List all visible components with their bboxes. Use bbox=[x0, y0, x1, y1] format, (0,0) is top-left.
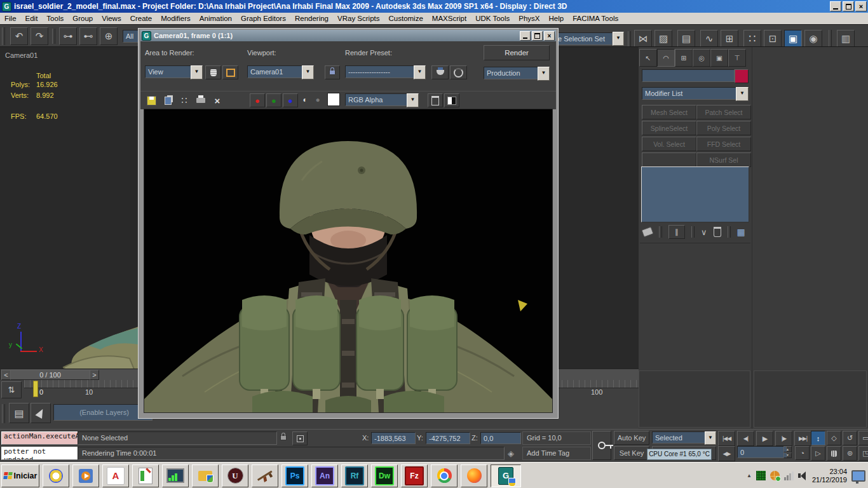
bind-to-space-warp-button[interactable]: ⊕ bbox=[100, 27, 118, 45]
render-window-titlebar[interactable]: G Camera01, frame 0 (1:1) × bbox=[140, 30, 556, 41]
key-filter-dropdown[interactable]: Selected bbox=[652, 431, 708, 444]
material-editor-button[interactable]: ∷ bbox=[743, 30, 761, 48]
selection-set-arrow[interactable]: ▼ bbox=[613, 32, 624, 46]
taskbar-app-unreal[interactable]: U bbox=[222, 464, 248, 487]
previous-frame-button[interactable]: ◀| bbox=[737, 431, 754, 446]
redo-button[interactable]: ↷ bbox=[31, 27, 48, 45]
network-globe-tray-icon[interactable] bbox=[770, 471, 780, 480]
current-frame-field[interactable]: 0 bbox=[737, 446, 787, 458]
copy-image-button[interactable] bbox=[161, 94, 174, 107]
render-minimize-button[interactable] bbox=[520, 31, 531, 41]
zoom-extents-button[interactable]: ◇ bbox=[827, 431, 841, 445]
make-unique-icon[interactable]: ∨ bbox=[701, 227, 707, 237]
clear-color-swatch[interactable] bbox=[327, 93, 340, 106]
named-selection-set-dropdown[interactable]: te Selection Set bbox=[553, 32, 613, 45]
menu-graph-editors[interactable]: Graph Editors bbox=[236, 15, 290, 22]
render-close-button[interactable]: × bbox=[544, 31, 555, 41]
lock-viewport-button[interactable] bbox=[325, 65, 340, 79]
area-dropdown-arrow[interactable]: ▼ bbox=[191, 65, 203, 79]
layer-view-button[interactable] bbox=[428, 93, 443, 107]
menu-animation[interactable]: Animation bbox=[195, 15, 236, 22]
channel-dropdown-arrow[interactable]: ▼ bbox=[407, 93, 419, 107]
edit-region-button[interactable] bbox=[205, 65, 221, 79]
channel-display-dropdown[interactable]: RGB Alpha bbox=[345, 93, 410, 106]
taskbar-app-3dsmax-active[interactable]: G bbox=[491, 464, 521, 487]
tab-hierarchy[interactable]: ⊞ bbox=[675, 49, 693, 67]
tab-display[interactable]: ▣ bbox=[710, 49, 728, 67]
close-button[interactable]: × bbox=[855, 1, 867, 11]
menu-help[interactable]: Help bbox=[545, 15, 569, 22]
taskbar-app-photoshop[interactable]: Ps bbox=[281, 464, 308, 487]
roll-camera-button[interactable]: ↺ bbox=[843, 431, 857, 445]
taskbar-app-windows-folder[interactable] bbox=[192, 464, 219, 487]
select-arrow-button[interactable] bbox=[31, 403, 51, 423]
mini-curve-editor-button[interactable]: ⇅ bbox=[1, 381, 22, 398]
key-mode-toggle[interactable]: ◀▶ bbox=[718, 446, 735, 461]
unlink-selection-button[interactable]: ⊷ bbox=[79, 27, 97, 45]
taskbar-app-rf[interactable]: Rf bbox=[341, 464, 368, 487]
modifier-list-dropdown[interactable]: Modifier List bbox=[642, 87, 738, 100]
menu-file[interactable]: File bbox=[0, 15, 21, 22]
clone-window-button[interactable]: ∷ bbox=[178, 94, 191, 107]
add-toolbar-button[interactable]: + bbox=[864, 30, 868, 47]
taskbar-app-chrome[interactable] bbox=[431, 464, 458, 487]
next-frame-button[interactable]: |▶ bbox=[775, 431, 792, 446]
selection-lock-toggle[interactable] bbox=[277, 431, 290, 444]
render-setup-button[interactable]: ⊡ bbox=[764, 30, 782, 48]
render-button[interactable]: Render bbox=[484, 45, 550, 60]
patch-select-button[interactable]: Patch Select bbox=[696, 105, 751, 119]
fov-button[interactable]: ▷ bbox=[811, 446, 825, 461]
taskbar-app-dreamweaver[interactable]: Dw bbox=[371, 464, 398, 487]
show-desktop-button[interactable] bbox=[851, 470, 865, 482]
empty-select-button[interactable] bbox=[642, 152, 696, 167]
menu-create[interactable]: Create bbox=[126, 15, 157, 22]
time-slider-right-button[interactable]: > bbox=[90, 370, 99, 380]
script-listener-button[interactable]: ▥ bbox=[837, 30, 855, 48]
preset-dropdown-arrow[interactable]: ▼ bbox=[414, 65, 426, 79]
modifier-stack-list[interactable] bbox=[641, 166, 749, 222]
configure-modifier-sets-icon[interactable]: ▦ bbox=[737, 227, 745, 237]
antivirus-tray-icon[interactable] bbox=[756, 471, 766, 480]
volume-tray-icon[interactable] bbox=[798, 471, 806, 480]
menu-rendering[interactable]: Rendering bbox=[290, 15, 333, 22]
mesh-select-button[interactable]: Mesh Select bbox=[642, 105, 696, 119]
time-slider-left-button[interactable]: < bbox=[1, 370, 11, 380]
maxscript-mini-listener-line1[interactable]: actionMan.executeAc bbox=[1, 431, 78, 445]
align-button[interactable]: ▨ bbox=[654, 30, 672, 48]
minimize-button[interactable] bbox=[830, 1, 841, 11]
menu-udk-tools[interactable]: UDK Tools bbox=[471, 15, 514, 22]
ffd-select-button[interactable]: FFD Select bbox=[696, 137, 751, 151]
print-image-button[interactable] bbox=[194, 94, 207, 107]
dolly-camera-button[interactable]: ↕ bbox=[811, 431, 825, 445]
taskbar-app-animate[interactable]: An bbox=[311, 464, 338, 487]
remove-modifier-icon[interactable] bbox=[714, 227, 721, 237]
toolbar-grip[interactable] bbox=[2, 404, 5, 423]
render-mode-dropdown[interactable]: Production bbox=[484, 67, 541, 79]
object-name-field[interactable] bbox=[642, 69, 735, 82]
alpha-channel-button[interactable]: ● bbox=[312, 93, 323, 106]
curve-editor-button[interactable]: ∿ bbox=[700, 30, 718, 48]
taskbar-app-media-player[interactable] bbox=[72, 464, 99, 487]
z-coord-field[interactable]: 0,0 bbox=[480, 432, 521, 444]
viewport-dropdown-arrow[interactable]: ▼ bbox=[302, 65, 314, 79]
absolute-mode-toggle[interactable] bbox=[292, 431, 308, 445]
object-color-swatch[interactable] bbox=[735, 69, 749, 83]
menu-vray-scripts[interactable]: VRay Scripts bbox=[333, 15, 384, 22]
enable-layers-dropdown[interactable]: (Enable Layers) bbox=[53, 404, 153, 421]
clear-image-button[interactable]: × bbox=[211, 94, 224, 107]
undo-button[interactable]: ↶ bbox=[10, 27, 28, 45]
rendered-frame-window-button[interactable]: ▣ bbox=[784, 30, 802, 48]
blue-channel-button[interactable]: ● bbox=[283, 93, 298, 107]
select-and-link-button[interactable]: ⊶ bbox=[59, 27, 77, 45]
taskbar-app-acrobat[interactable]: A bbox=[102, 464, 129, 487]
menu-edit[interactable]: Edit bbox=[21, 15, 43, 22]
toolbar-grip[interactable] bbox=[2, 27, 5, 45]
hidden-icons-chevron[interactable]: ▲ bbox=[747, 473, 752, 478]
play-button[interactable]: ▶ bbox=[756, 431, 773, 446]
start-button[interactable]: Iniciar bbox=[1, 464, 39, 487]
environment-button[interactable] bbox=[450, 65, 467, 79]
tab-modify[interactable]: ◠ bbox=[657, 49, 675, 67]
monochrome-button[interactable]: ◐ bbox=[299, 93, 311, 106]
taskbar-app-system-monitor[interactable] bbox=[162, 464, 189, 487]
time-slider-handle[interactable]: 0 / 100 bbox=[10, 370, 90, 380]
